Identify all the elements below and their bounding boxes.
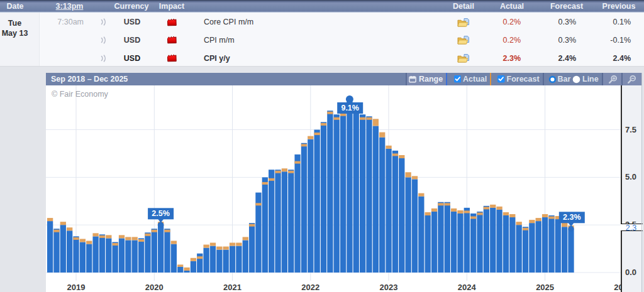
svg-text:9.1%: 9.1%: [341, 103, 359, 112]
svg-text:2024: 2024: [458, 282, 477, 291]
svg-text:2022: 2022: [301, 282, 319, 291]
svg-text:2021: 2021: [223, 282, 242, 291]
svg-text:2025: 2025: [536, 282, 554, 291]
svg-text:2019: 2019: [67, 282, 86, 291]
svg-text:2.5%: 2.5%: [152, 209, 170, 218]
svg-text:2.3%: 2.3%: [563, 213, 581, 222]
svg-text:2020: 2020: [145, 282, 164, 291]
svg-text:2023: 2023: [380, 282, 398, 291]
